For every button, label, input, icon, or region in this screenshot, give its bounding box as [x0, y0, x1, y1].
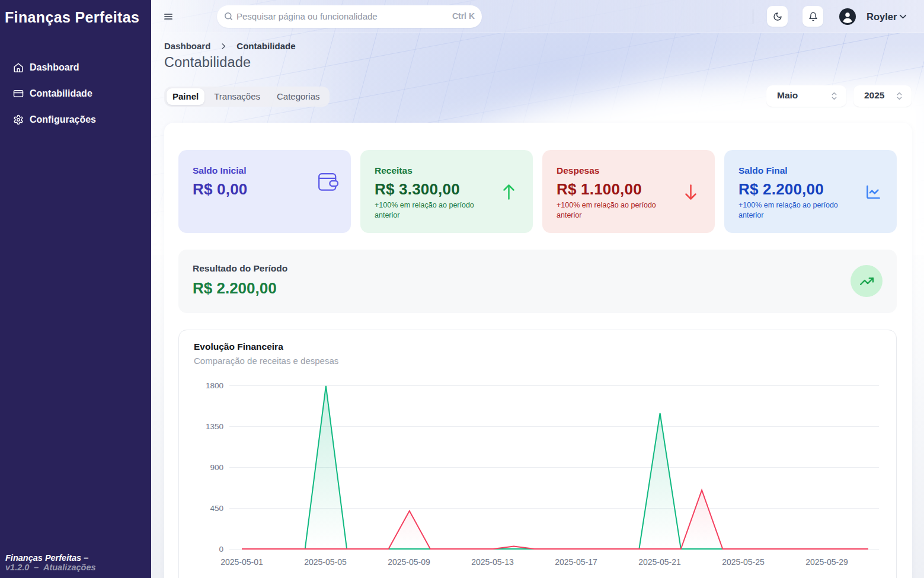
svg-text:0: 0	[219, 545, 223, 554]
svg-text:2025-05-17: 2025-05-17	[555, 557, 597, 567]
svg-text:2025-05-05: 2025-05-05	[304, 557, 347, 567]
svg-text:2025-05-21: 2025-05-21	[638, 557, 681, 567]
svg-text:2025-05-13: 2025-05-13	[471, 557, 514, 567]
svg-text:1800: 1800	[206, 381, 223, 390]
svg-text:900: 900	[210, 463, 223, 472]
svg-text:2025-05-29: 2025-05-29	[805, 557, 848, 567]
svg-text:1350: 1350	[206, 422, 223, 431]
svg-text:450: 450	[210, 504, 223, 513]
svg-text:2025-05-01: 2025-05-01	[220, 557, 263, 567]
svg-text:2025-05-09: 2025-05-09	[388, 557, 430, 567]
svg-text:2025-05-25: 2025-05-25	[722, 557, 765, 567]
